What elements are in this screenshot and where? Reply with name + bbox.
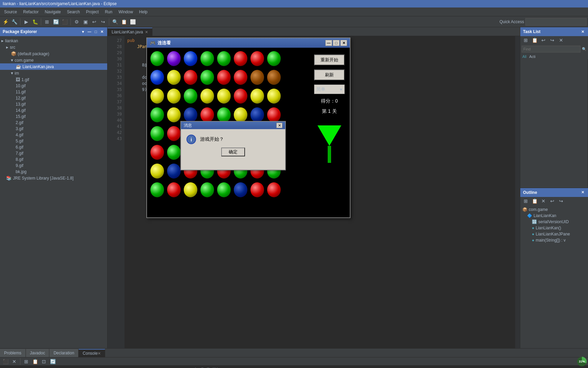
menu-run[interactable]: Run [102, 9, 115, 15]
gem-27[interactable] [200, 107, 214, 122]
gem-11[interactable] [200, 70, 214, 85]
console-btn-3[interactable]: ⊞ [22, 357, 30, 366]
gem-41[interactable] [167, 145, 181, 160]
maximize-icon[interactable]: □ [94, 29, 98, 34]
tree-item-4gif[interactable]: 4.gif [0, 132, 107, 138]
gem-17[interactable] [167, 89, 181, 104]
outline-item-main[interactable]: ● main(String[]) : v [520, 237, 588, 243]
gem-49[interactable] [167, 164, 181, 179]
console-tab-console[interactable]: Console ✕ [79, 349, 105, 357]
menu-source[interactable]: Source [1, 9, 20, 15]
gem-9[interactable] [167, 70, 181, 85]
refresh-btn[interactable]: 刷新 [314, 70, 345, 80]
outline-toolbar-btn-4[interactable]: ↩ [548, 197, 556, 205]
gem-19[interactable] [200, 89, 214, 104]
tree-item-10gif[interactable]: 10.gif [0, 83, 107, 89]
game-minimize-btn[interactable]: — [325, 40, 332, 46]
gem-1[interactable] [167, 51, 181, 66]
minimize-icon[interactable]: — [86, 29, 92, 34]
quick-access-input[interactable] [525, 18, 587, 26]
gem-23[interactable] [267, 89, 281, 104]
gem-48[interactable] [150, 164, 164, 179]
tab-close-icon[interactable]: ✕ [145, 30, 148, 34]
menu-help[interactable]: Help [136, 9, 150, 15]
gem-56[interactable] [150, 182, 164, 197]
toolbar-btn-12[interactable]: ⬜ [129, 18, 137, 26]
task-toolbar-btn-5[interactable]: ✕ [557, 36, 565, 44]
tree-item-9gif[interactable]: 9.gif [0, 163, 107, 169]
gem-28[interactable] [217, 107, 231, 122]
outline-item-serialversionuid[interactable]: 🔢 serialVersionUID [520, 219, 588, 225]
toolbar-btn-8[interactable]: ↩ [90, 18, 98, 26]
tree-item-6gif[interactable]: 6.gif [0, 144, 107, 150]
outline-toolbar-btn-1[interactable]: ⊞ [522, 197, 530, 205]
gem-63[interactable] [267, 182, 281, 197]
tree-item-com-game[interactable]: ▾ com.game [0, 57, 107, 63]
toolbar-run[interactable]: ▶ [22, 18, 30, 26]
game-restore-btn[interactable]: □ [333, 40, 340, 46]
gem-32[interactable] [150, 126, 164, 141]
editor-tab-lianliankan[interactable]: LianLianKan.java ✕ [108, 28, 152, 36]
tree-item-lianliankan-java[interactable]: ☕ LianLianKan.java [0, 63, 107, 70]
gem-61[interactable] [234, 182, 247, 197]
gem-8[interactable] [150, 70, 164, 85]
console-tab-close-icon[interactable]: ✕ [98, 351, 101, 356]
gem-5[interactable] [234, 51, 247, 66]
tree-item-jre[interactable]: 📚 JRE System Library [JavaSE-1.8] [0, 175, 107, 181]
dialog-close-btn[interactable]: ✕ [276, 123, 282, 128]
outline-item-constructor[interactable]: ● LianLianKan() [520, 225, 588, 231]
console-btn-6[interactable]: 🔄 [49, 357, 57, 366]
task-find-input[interactable] [522, 46, 581, 52]
toolbar-btn-7[interactable]: ▣ [81, 18, 89, 26]
gem-4[interactable] [217, 51, 231, 66]
collapse-icon[interactable]: ▾ [81, 29, 85, 34]
gem-60[interactable] [217, 182, 231, 197]
gem-25[interactable] [167, 107, 181, 122]
gem-58[interactable] [184, 182, 197, 197]
gem-22[interactable] [250, 89, 264, 104]
outline-toolbar-btn-2[interactable]: 📋 [530, 197, 539, 205]
task-toolbar-btn-2[interactable]: 📋 [530, 36, 539, 44]
game-close-btn[interactable]: ✕ [340, 40, 347, 46]
tree-item-2gif[interactable]: 2.gif [0, 120, 107, 126]
difficulty-dropdown[interactable]: 简单 ▾ [314, 85, 345, 94]
toolbar-btn-10[interactable]: 🔍 [111, 18, 119, 26]
gem-3[interactable] [200, 51, 214, 66]
outline-close-icon[interactable]: ✕ [580, 190, 585, 195]
close-panel-icon[interactable]: ✕ [99, 29, 104, 34]
gem-7[interactable] [267, 51, 281, 66]
gem-29[interactable] [234, 107, 247, 122]
gem-0[interactable] [150, 51, 164, 66]
tree-item-src[interactable]: ▸ src [0, 44, 107, 50]
dialog-ok-btn[interactable]: 确定 [221, 148, 245, 156]
gem-62[interactable] [250, 182, 264, 197]
gem-18[interactable] [184, 89, 197, 104]
toolbar-debug[interactable]: 🐛 [31, 18, 39, 26]
tree-item-im[interactable]: ▾ im [0, 70, 107, 76]
gem-16[interactable] [150, 89, 164, 104]
gem-40[interactable] [150, 145, 164, 160]
toolbar-btn-9[interactable]: ↪ [99, 18, 107, 26]
gem-13[interactable] [234, 70, 247, 85]
toolbar-btn-11[interactable]: 📋 [120, 18, 128, 26]
filter-acti[interactable]: Acti [529, 55, 535, 59]
menu-search[interactable]: Search [64, 9, 83, 15]
tree-item-7gif[interactable]: 7.gif [0, 150, 107, 156]
gem-33[interactable] [167, 126, 181, 141]
tree-item-1gif[interactable]: 🖼 1.gif [0, 76, 107, 83]
toolbar-btn-3[interactable]: ⊞ [43, 18, 51, 26]
gem-20[interactable] [217, 89, 231, 104]
console-tab-problems[interactable]: Problems [0, 349, 26, 357]
tree-item-13gif[interactable]: 13.gif [0, 101, 107, 107]
gem-59[interactable] [200, 182, 214, 197]
tree-item-3gif[interactable]: 3.gif [0, 126, 107, 132]
toolbar-btn-6[interactable]: ⚙ [72, 18, 81, 26]
task-list-close-icon[interactable]: ✕ [580, 29, 585, 34]
tree-item-default-pkg[interactable]: 📦 (default package) [0, 50, 107, 57]
tree-item-12gif[interactable]: 12.gif [0, 95, 107, 101]
gem-10[interactable] [184, 70, 197, 85]
outline-toolbar-btn-3[interactable]: ✕ [539, 197, 548, 205]
task-toolbar-btn-1[interactable]: ⊞ [522, 36, 530, 44]
gem-26[interactable] [184, 107, 197, 122]
tree-item-5gif[interactable]: 5.gif [0, 138, 107, 144]
